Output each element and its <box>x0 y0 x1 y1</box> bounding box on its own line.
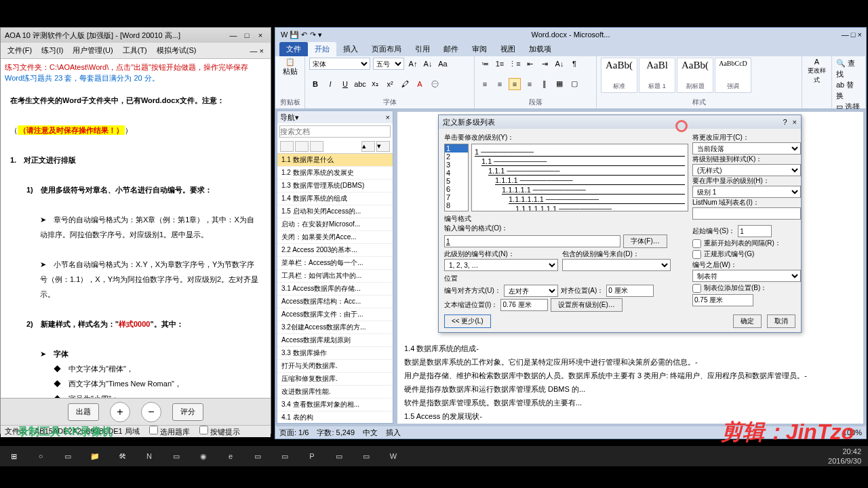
replace-button[interactable]: ab 替换 <box>836 79 861 101</box>
apply-to-select[interactable]: 当前段落 <box>692 142 801 155</box>
nav-item[interactable]: Access数据库结构：Acc... <box>277 296 393 308</box>
close-icon[interactable]: × <box>254 31 267 39</box>
nav-headings-view-icon[interactable] <box>280 141 294 152</box>
style-标题 1[interactable]: AaBl标题 1 <box>639 58 675 93</box>
edge-icon[interactable]: e <box>217 446 244 466</box>
chrome-icon[interactable]: ◉ <box>190 446 217 466</box>
menu-user[interactable]: 用户管理(U) <box>68 44 117 57</box>
set-all-levels-button[interactable]: 设置所有级别(E)… <box>551 298 622 312</box>
font-color-button[interactable]: A <box>414 78 426 90</box>
grow-font-icon[interactable]: A↑ <box>407 58 419 70</box>
tab-mail[interactable]: 邮件 <box>437 42 465 56</box>
nav-item[interactable]: 关闭：如果要关闭Acce... <box>277 231 393 244</box>
tab-stop-checkbox[interactable] <box>692 284 701 293</box>
app3-icon[interactable]: ▭ <box>244 446 271 466</box>
font-size-select[interactable]: 五号 <box>373 58 404 70</box>
subscript-button[interactable]: x₂ <box>369 78 381 90</box>
find-button[interactable]: 🔍 查找 <box>836 58 861 79</box>
tab-file[interactable]: 文件 <box>279 42 308 56</box>
tab-home[interactable]: 开始 <box>308 42 336 56</box>
char-border-icon[interactable]: ㊀ <box>429 78 441 90</box>
minimize-icon[interactable]: — <box>842 30 849 39</box>
nav-item[interactable]: 工具栏：如何调出其中的... <box>277 270 393 283</box>
nav-item[interactable]: 2.2 Access 2003的基本... <box>277 244 393 257</box>
align-right-icon[interactable]: ≡ <box>509 78 521 90</box>
font-name-select[interactable]: 宋体 <box>309 58 370 70</box>
app5-icon[interactable]: ▭ <box>326 446 353 466</box>
legal-numbering-checkbox[interactable] <box>692 250 701 259</box>
level-option[interactable]: 8 <box>445 201 468 209</box>
underline-button[interactable]: U <box>339 78 351 90</box>
nav-dropdown-icon[interactable]: ▾ <box>295 113 299 122</box>
numbering-icon[interactable]: 1≡ <box>494 58 506 70</box>
tab-references[interactable]: 引用 <box>408 42 437 56</box>
italic-button[interactable]: I <box>324 78 336 90</box>
nav-item[interactable]: 改进数据库性能. <box>277 386 393 399</box>
align-left-icon[interactable]: ≡ <box>479 78 491 90</box>
ok-button[interactable]: 确定 <box>733 314 762 328</box>
menu-practice[interactable]: 练习(I) <box>37 44 67 57</box>
menu-file[interactable]: 文件(F) <box>3 44 36 57</box>
nav-down-icon[interactable]: ▾ <box>376 141 390 152</box>
align-select[interactable]: 左对齐 <box>504 285 558 297</box>
nav-close-icon[interactable]: × <box>386 113 390 121</box>
app2-icon[interactable]: ▭ <box>163 446 190 466</box>
nav-item[interactable]: 1.3 数据库管理系统(DBMS) <box>277 180 393 192</box>
tab-layout[interactable]: 页面布局 <box>365 42 408 56</box>
align-center-icon[interactable]: ≡ <box>494 78 506 90</box>
tab-view[interactable]: 视图 <box>494 42 522 56</box>
powerpoint-icon[interactable]: P <box>298 446 326 466</box>
nav-item[interactable]: 1.5 启动和关闭Access的... <box>277 205 393 218</box>
include-level-select[interactable] <box>562 259 671 271</box>
change-case-icon[interactable]: Aa <box>437 58 449 70</box>
question-button[interactable]: 出题 <box>68 403 99 421</box>
score-button[interactable]: 评分 <box>172 403 203 421</box>
tab-stop-input[interactable] <box>692 294 753 306</box>
indent-dec-icon[interactable]: ⇤ <box>524 58 536 70</box>
indent-inc-icon[interactable]: ⇥ <box>538 58 551 70</box>
nav-item[interactable]: Access数据库规划原则 <box>277 334 393 347</box>
onenote-icon[interactable]: N <box>136 446 163 466</box>
show-level-select[interactable]: 级别 1 <box>692 186 801 198</box>
nav-item[interactable]: 打开与关闭数据库. <box>277 360 393 373</box>
multilevel-icon[interactable]: ⋮≡ <box>509 58 521 70</box>
follow-select[interactable]: 制表符 <box>692 270 801 282</box>
level-option[interactable]: 2 <box>445 152 468 161</box>
level-option[interactable]: 9 <box>445 209 468 211</box>
number-style-select[interactable]: 1, 2, 3, … <box>444 259 558 271</box>
menu-tools[interactable]: 工具(T) <box>119 44 151 57</box>
nav-item[interactable]: 1.4 数据库系统的组成 <box>277 192 393 205</box>
nav-up-icon[interactable]: ▴ <box>361 141 375 152</box>
help-icon[interactable]: ? <box>783 118 787 126</box>
tab-review[interactable]: 审阅 <box>465 42 494 56</box>
level-option[interactable]: 1 <box>445 144 468 152</box>
paste-button[interactable]: 📋粘贴 <box>279 58 300 77</box>
line-spacing-icon[interactable]: ‖ <box>538 78 551 90</box>
level-option[interactable]: 5 <box>445 177 468 185</box>
listnum-input[interactable] <box>692 207 801 220</box>
number-format-input[interactable] <box>444 235 620 247</box>
sort-icon[interactable]: A↓ <box>553 58 566 70</box>
font-button[interactable]: 字体(F)… <box>623 235 667 248</box>
bullets-icon[interactable]: ≔ <box>479 58 491 70</box>
menu-mock[interactable]: 模拟考试(S) <box>153 44 201 57</box>
start-button[interactable]: ⊞ <box>0 446 27 466</box>
shrink-font-icon[interactable]: A↓ <box>422 58 434 70</box>
tab-addins[interactable]: 加载项 <box>522 42 558 56</box>
nav-results-view-icon[interactable] <box>310 141 323 152</box>
tab-insert[interactable]: 插入 <box>336 42 365 56</box>
key-hint-checkbox[interactable] <box>199 426 208 434</box>
align-justify-icon[interactable]: ≡ <box>524 78 536 90</box>
level-option[interactable]: 6 <box>445 185 468 193</box>
zoom-out-button[interactable]: − <box>141 402 161 422</box>
app6-icon[interactable]: ▭ <box>353 446 380 466</box>
nav-pages-view-icon[interactable] <box>295 141 309 152</box>
word-taskbar-icon[interactable]: W <box>380 446 407 466</box>
less-button[interactable]: << 更少(L) <box>444 314 491 328</box>
style-标准[interactable]: AaBb(标准 <box>601 58 637 93</box>
nav-item[interactable]: 3.3 数据库操作 <box>277 347 393 360</box>
nav-item[interactable]: 启动：在安装好Microsof... <box>277 218 393 231</box>
start-at-input[interactable] <box>738 225 772 237</box>
nav-item[interactable]: 压缩和修复数据库. <box>277 373 393 386</box>
nav-item[interactable]: 1.1 数据库是什么 <box>277 154 393 167</box>
